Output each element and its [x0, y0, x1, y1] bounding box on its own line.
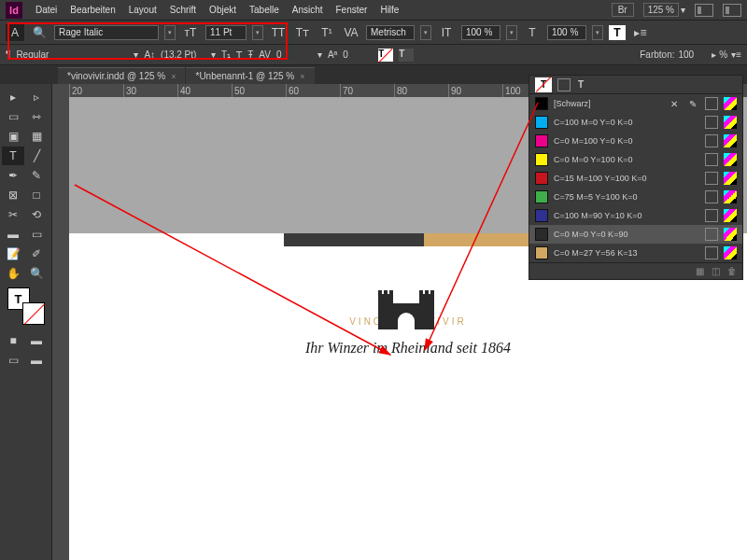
swatch-row[interactable]: C=0 M=27 Y=56 K=13 — [529, 244, 742, 262]
gap-tool[interactable]: ⇿ — [25, 107, 48, 126]
tracking-field[interactable]: 0 — [276, 49, 312, 60]
control-menu-icon[interactable]: ▸≡ — [631, 24, 650, 41]
scale-x-field[interactable]: 100 % — [461, 25, 500, 40]
character-format-icon[interactable]: A — [6, 24, 24, 41]
menu-ansicht[interactable]: Ansicht — [292, 5, 323, 15]
text-stroke-icon[interactable] — [557, 78, 571, 91]
zoom-level-dropdown[interactable]: 125 %▾ — [643, 3, 685, 17]
swatch-row[interactable]: C=0 M=0 Y=100 K=0 — [529, 150, 742, 169]
swatch-row[interactable]: C=100 M=0 Y=0 K=0 — [529, 113, 742, 132]
close-icon[interactable]: × — [300, 72, 304, 81]
free-transform-tool[interactable]: ⟲ — [25, 205, 48, 224]
gradient-feather-tool[interactable]: ▭ — [25, 225, 48, 244]
swatch-chip — [535, 172, 548, 185]
logo-text: VINOVIVIR — [69, 289, 747, 334]
strikethrough-icon[interactable]: Ŧ — [247, 49, 253, 60]
page-tool[interactable]: ▭ — [2, 107, 24, 126]
gradient-swatch-tool[interactable]: ▬ — [2, 225, 24, 244]
kerning-field[interactable]: Metrisch — [366, 25, 415, 40]
content-collector-tool[interactable]: ▣ — [2, 127, 24, 146]
direct-selection-tool[interactable]: ▹ — [25, 88, 48, 106]
selection-tool[interactable]: ▸ — [2, 88, 24, 106]
apply-color-icon[interactable]: ■ — [2, 331, 24, 350]
text-fill-icon[interactable]: T — [535, 77, 552, 92]
formatting-text-icon[interactable]: T — [578, 79, 584, 90]
tools-panel: ▸▹ ▭⇿ ▣▦ T╱ ✒✎ ⊠□ ✂⟲ ▬▭ 📝✐ ✋🔍 T ■▬ ▭▬ — [0, 84, 52, 560]
swatch-chip — [535, 134, 548, 147]
fill-stroke-swatches[interactable]: T — [7, 287, 45, 325]
leading-field[interactable]: (13,2 Pt) — [161, 49, 205, 60]
panel-menu-icon[interactable]: ▾≡ — [731, 49, 741, 60]
pen-tool[interactable]: ✒ — [2, 166, 24, 185]
rectangle-frame-tool[interactable]: ⊠ — [2, 186, 24, 204]
apply-gradient-icon[interactable]: ▬ — [25, 331, 48, 350]
swatch-chip — [535, 246, 548, 259]
menu-hilfe[interactable]: Hilfe — [380, 5, 399, 15]
tint-field[interactable]: 100 — [678, 49, 708, 60]
new-swatch-icon[interactable]: ▦ — [696, 266, 704, 276]
swatch-row[interactable]: [Schwarz]✕✎ — [529, 94, 742, 113]
ruler-tick: 70 — [340, 84, 394, 97]
menu-tabelle[interactable]: Tabelle — [249, 5, 279, 15]
screen-mode-icon[interactable] — [695, 4, 713, 17]
menu-datei[interactable]: Datei — [35, 5, 57, 15]
pencil-tool[interactable]: ✎ — [25, 166, 48, 185]
preview-view-icon[interactable]: ▬ — [25, 351, 48, 370]
swatch-label: C=100 M=0 Y=0 K=0 — [554, 118, 699, 127]
all-caps-icon[interactable]: TT — [269, 24, 288, 41]
menu-fenster[interactable]: Fenster — [336, 5, 368, 15]
fill-text-icon[interactable]: T — [609, 25, 626, 40]
rectangle-tool[interactable]: □ — [25, 186, 48, 204]
scissors-tool[interactable]: ✂ — [2, 205, 24, 224]
ruler-origin[interactable] — [52, 84, 69, 97]
font-family-field[interactable]: Rage Italic — [54, 25, 159, 40]
registration-icon: ✎ — [686, 97, 699, 110]
eyedropper-tool[interactable]: ✐ — [25, 245, 48, 263]
menu-bearbeiten[interactable]: Bearbeiten — [70, 5, 115, 15]
swatch-row[interactable]: C=100 M=90 Y=10 K=0 — [529, 206, 742, 225]
new-swatch-button-icon[interactable]: ◫ — [712, 266, 720, 276]
t-slash-icon[interactable]: T — [378, 49, 393, 62]
document-tab[interactable]: *vinovivir.indd @ 125 %× — [58, 67, 185, 84]
menu-objekt[interactable]: Objekt — [209, 5, 236, 15]
hand-tool[interactable]: ✋ — [2, 264, 24, 283]
cmyk-mode-icon — [724, 97, 737, 110]
subscript-icon[interactable]: T₁ — [221, 49, 231, 60]
document-tab[interactable]: *Unbenannt-1 @ 125 %× — [186, 67, 314, 84]
content-placer-tool[interactable]: ▦ — [25, 127, 48, 146]
document-page[interactable]: VINOVIVIR Ihr Winzer im Rheinland seit 1… — [69, 233, 747, 560]
swatch-row[interactable]: C=75 M=5 Y=100 K=0 — [529, 188, 742, 206]
font-style-field[interactable]: Regular — [16, 49, 128, 60]
global-swatch-icon — [705, 97, 718, 110]
search-font-icon[interactable]: 🔍 — [30, 24, 49, 41]
close-icon[interactable]: × — [171, 72, 176, 81]
small-caps-icon[interactable]: Tᴛ — [293, 24, 312, 41]
swatch-row[interactable]: C=15 M=100 Y=100 K=0 — [529, 169, 742, 188]
delete-swatch-icon[interactable]: 🗑 — [727, 266, 737, 276]
line-tool[interactable]: ╱ — [25, 147, 48, 165]
vertical-ruler[interactable] — [52, 97, 69, 560]
underline-icon[interactable]: T̲ — [236, 49, 242, 60]
stroke-swatch[interactable] — [22, 302, 45, 325]
paragraph-format-icon[interactable]: ¶ — [6, 49, 10, 60]
zoom-tool[interactable]: 🔍 — [25, 264, 48, 283]
baseline-field[interactable]: 0 — [343, 49, 373, 60]
t-stroke-icon[interactable]: T — [399, 49, 414, 62]
swatch-chip — [535, 153, 548, 166]
swatch-label: C=0 M=100 Y=0 K=0 — [554, 136, 699, 146]
menu-schrift[interactable]: Schrift — [170, 5, 196, 15]
type-tool[interactable]: T — [2, 147, 24, 165]
arrange-documents-icon[interactable] — [723, 4, 741, 17]
menu-layout[interactable]: Layout — [129, 5, 157, 15]
normal-view-icon[interactable]: ▭ — [2, 351, 24, 370]
ruler-tick: 80 — [394, 84, 448, 97]
superscript-icon[interactable]: T¹ — [317, 24, 336, 41]
swatch-row[interactable]: C=0 M=0 Y=0 K=90 — [529, 225, 742, 244]
leading-icon: A↕ — [144, 49, 155, 60]
scale-y-field[interactable]: 100 % — [547, 25, 586, 40]
swatch-row[interactable]: C=0 M=100 Y=0 K=0 — [529, 132, 742, 150]
note-tool[interactable]: 📝 — [2, 245, 24, 263]
font-family-dropdown-icon[interactable]: ▾ — [164, 25, 176, 40]
font-size-field[interactable]: 11 Pt — [205, 25, 247, 40]
bridge-button[interactable]: Br — [612, 3, 634, 17]
